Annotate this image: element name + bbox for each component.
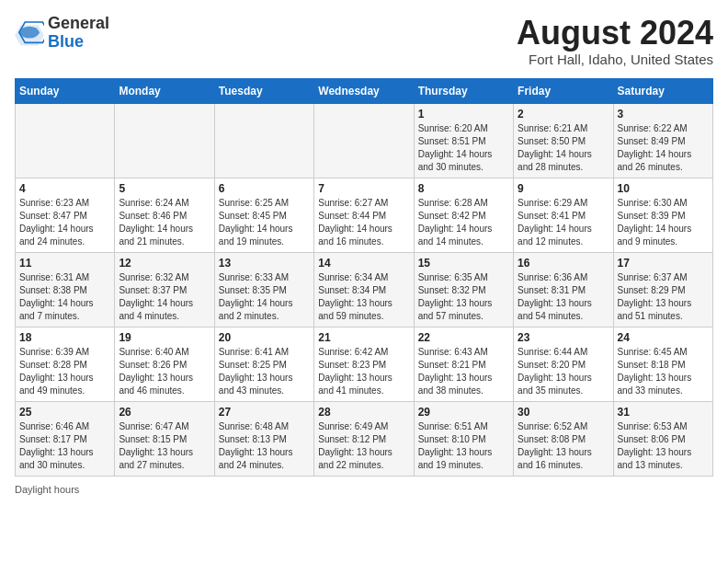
- day-info: Sunrise: 6:53 AM Sunset: 8:06 PM Dayligh…: [618, 420, 709, 472]
- calendar-cell: 26Sunrise: 6:47 AM Sunset: 8:15 PM Dayli…: [115, 401, 214, 476]
- calendar-cell: 9Sunrise: 6:29 AM Sunset: 8:41 PM Daylig…: [514, 178, 613, 252]
- calendar-cell: [314, 103, 414, 178]
- day-number: 16: [518, 257, 609, 270]
- calendar-cell: 29Sunrise: 6:51 AM Sunset: 8:10 PM Dayli…: [414, 401, 513, 476]
- calendar-week-4: 18Sunrise: 6:39 AM Sunset: 8:28 PM Dayli…: [16, 327, 713, 401]
- calendar-cell: 25Sunrise: 6:46 AM Sunset: 8:17 PM Dayli…: [16, 401, 115, 476]
- day-number: 7: [318, 182, 409, 195]
- calendar-cell: 24Sunrise: 6:45 AM Sunset: 8:18 PM Dayli…: [613, 327, 712, 401]
- day-header-monday: Monday: [115, 78, 214, 103]
- day-number: 10: [618, 182, 709, 195]
- calendar-cell: 19Sunrise: 6:40 AM Sunset: 8:26 PM Dayli…: [115, 327, 214, 401]
- calendar-week-3: 11Sunrise: 6:31 AM Sunset: 8:38 PM Dayli…: [16, 252, 713, 327]
- day-info: Sunrise: 6:24 AM Sunset: 8:46 PM Dayligh…: [119, 197, 210, 248]
- header-row: SundayMondayTuesdayWednesdayThursdayFrid…: [16, 78, 713, 103]
- calendar-cell: 27Sunrise: 6:48 AM Sunset: 8:13 PM Dayli…: [214, 401, 313, 476]
- calendar-cell: 3Sunrise: 6:22 AM Sunset: 8:49 PM Daylig…: [613, 103, 712, 178]
- day-number: 18: [19, 331, 110, 344]
- day-info: Sunrise: 6:22 AM Sunset: 8:49 PM Dayligh…: [618, 122, 709, 174]
- calendar-cell: 28Sunrise: 6:49 AM Sunset: 8:12 PM Dayli…: [314, 401, 414, 476]
- calendar-cell: 20Sunrise: 6:41 AM Sunset: 8:25 PM Dayli…: [214, 327, 313, 401]
- calendar-cell: 4Sunrise: 6:23 AM Sunset: 8:47 PM Daylig…: [16, 178, 115, 252]
- day-info: Sunrise: 6:44 AM Sunset: 8:20 PM Dayligh…: [518, 346, 609, 397]
- day-info: Sunrise: 6:30 AM Sunset: 8:39 PM Dayligh…: [618, 197, 709, 248]
- day-info: Sunrise: 6:34 AM Sunset: 8:34 PM Dayligh…: [318, 271, 409, 323]
- calendar-cell: 23Sunrise: 6:44 AM Sunset: 8:20 PM Dayli…: [514, 327, 613, 401]
- day-number: 21: [318, 331, 409, 344]
- day-number: 25: [19, 406, 110, 419]
- day-number: 26: [119, 406, 210, 419]
- calendar-cell: 31Sunrise: 6:53 AM Sunset: 8:06 PM Dayli…: [613, 401, 712, 476]
- footer-note: Daylight hours: [15, 484, 713, 495]
- day-info: Sunrise: 6:42 AM Sunset: 8:23 PM Dayligh…: [318, 346, 409, 397]
- day-info: Sunrise: 6:40 AM Sunset: 8:26 PM Dayligh…: [119, 346, 210, 397]
- day-info: Sunrise: 6:48 AM Sunset: 8:13 PM Dayligh…: [219, 420, 310, 472]
- day-number: 22: [418, 331, 509, 344]
- calendar-cell: 2Sunrise: 6:21 AM Sunset: 8:50 PM Daylig…: [514, 103, 613, 178]
- day-info: Sunrise: 6:37 AM Sunset: 8:29 PM Dayligh…: [618, 271, 709, 323]
- day-number: 15: [418, 257, 509, 270]
- day-info: Sunrise: 6:25 AM Sunset: 8:45 PM Dayligh…: [219, 197, 310, 248]
- day-number: 28: [318, 406, 409, 419]
- day-number: 19: [119, 331, 210, 344]
- day-number: 3: [618, 108, 709, 121]
- day-number: 2: [518, 108, 609, 121]
- calendar-cell: [115, 103, 214, 178]
- day-number: 17: [618, 257, 709, 270]
- title-block: August 2024 Fort Hall, Idaho, United Sta…: [517, 15, 713, 67]
- day-number: 14: [318, 257, 409, 270]
- logo-text: General Blue: [48, 15, 109, 52]
- day-info: Sunrise: 6:33 AM Sunset: 8:35 PM Dayligh…: [219, 271, 310, 323]
- day-number: 31: [618, 406, 709, 419]
- day-info: Sunrise: 6:45 AM Sunset: 8:18 PM Dayligh…: [618, 346, 709, 397]
- day-header-tuesday: Tuesday: [214, 78, 313, 103]
- logo-icon: [15, 20, 44, 46]
- day-header-friday: Friday: [514, 78, 613, 103]
- day-header-sunday: Sunday: [16, 78, 115, 103]
- day-number: 4: [19, 182, 110, 195]
- day-number: 5: [119, 182, 210, 195]
- calendar-cell: 15Sunrise: 6:35 AM Sunset: 8:32 PM Dayli…: [414, 252, 513, 327]
- day-info: Sunrise: 6:36 AM Sunset: 8:31 PM Dayligh…: [518, 271, 609, 323]
- day-info: Sunrise: 6:23 AM Sunset: 8:47 PM Dayligh…: [19, 197, 110, 248]
- calendar-cell: 30Sunrise: 6:52 AM Sunset: 8:08 PM Dayli…: [514, 401, 613, 476]
- day-number: 29: [418, 406, 509, 419]
- calendar-cell: [16, 103, 115, 178]
- calendar-cell: 1Sunrise: 6:20 AM Sunset: 8:51 PM Daylig…: [414, 103, 513, 178]
- day-info: Sunrise: 6:39 AM Sunset: 8:28 PM Dayligh…: [19, 346, 110, 397]
- day-info: Sunrise: 6:29 AM Sunset: 8:41 PM Dayligh…: [518, 197, 609, 248]
- calendar-week-5: 25Sunrise: 6:46 AM Sunset: 8:17 PM Dayli…: [16, 401, 713, 476]
- calendar-cell: 12Sunrise: 6:32 AM Sunset: 8:37 PM Dayli…: [115, 252, 214, 327]
- day-header-saturday: Saturday: [613, 78, 712, 103]
- calendar-cell: 5Sunrise: 6:24 AM Sunset: 8:46 PM Daylig…: [115, 178, 214, 252]
- day-info: Sunrise: 6:43 AM Sunset: 8:21 PM Dayligh…: [418, 346, 509, 397]
- day-info: Sunrise: 6:47 AM Sunset: 8:15 PM Dayligh…: [119, 420, 210, 472]
- calendar-cell: 7Sunrise: 6:27 AM Sunset: 8:44 PM Daylig…: [314, 178, 414, 252]
- calendar-table: SundayMondayTuesdayWednesdayThursdayFrid…: [15, 78, 713, 477]
- day-info: Sunrise: 6:41 AM Sunset: 8:25 PM Dayligh…: [219, 346, 310, 397]
- day-info: Sunrise: 6:49 AM Sunset: 8:12 PM Dayligh…: [318, 420, 409, 472]
- day-info: Sunrise: 6:46 AM Sunset: 8:17 PM Dayligh…: [19, 420, 110, 472]
- calendar-cell: 17Sunrise: 6:37 AM Sunset: 8:29 PM Dayli…: [613, 252, 712, 327]
- calendar-location: Fort Hall, Idaho, United States: [517, 52, 713, 67]
- calendar-cell: [214, 103, 313, 178]
- calendar-cell: 6Sunrise: 6:25 AM Sunset: 8:45 PM Daylig…: [214, 178, 313, 252]
- calendar-week-2: 4Sunrise: 6:23 AM Sunset: 8:47 PM Daylig…: [16, 178, 713, 252]
- logo-general: General: [48, 15, 109, 33]
- day-info: Sunrise: 6:52 AM Sunset: 8:08 PM Dayligh…: [518, 420, 609, 472]
- day-number: 6: [219, 182, 310, 195]
- calendar-title: August 2024: [517, 15, 713, 52]
- calendar-cell: 10Sunrise: 6:30 AM Sunset: 8:39 PM Dayli…: [613, 178, 712, 252]
- day-info: Sunrise: 6:27 AM Sunset: 8:44 PM Dayligh…: [318, 197, 409, 248]
- day-number: 12: [119, 257, 210, 270]
- day-header-thursday: Thursday: [414, 78, 513, 103]
- calendar-body: 1Sunrise: 6:20 AM Sunset: 8:51 PM Daylig…: [16, 103, 713, 476]
- day-number: 13: [219, 257, 310, 270]
- calendar-cell: 13Sunrise: 6:33 AM Sunset: 8:35 PM Dayli…: [214, 252, 313, 327]
- calendar-cell: 22Sunrise: 6:43 AM Sunset: 8:21 PM Dayli…: [414, 327, 513, 401]
- day-number: 23: [518, 331, 609, 344]
- day-number: 9: [518, 182, 609, 195]
- day-number: 24: [618, 331, 709, 344]
- calendar-week-1: 1Sunrise: 6:20 AM Sunset: 8:51 PM Daylig…: [16, 103, 713, 178]
- day-info: Sunrise: 6:31 AM Sunset: 8:38 PM Dayligh…: [19, 271, 110, 323]
